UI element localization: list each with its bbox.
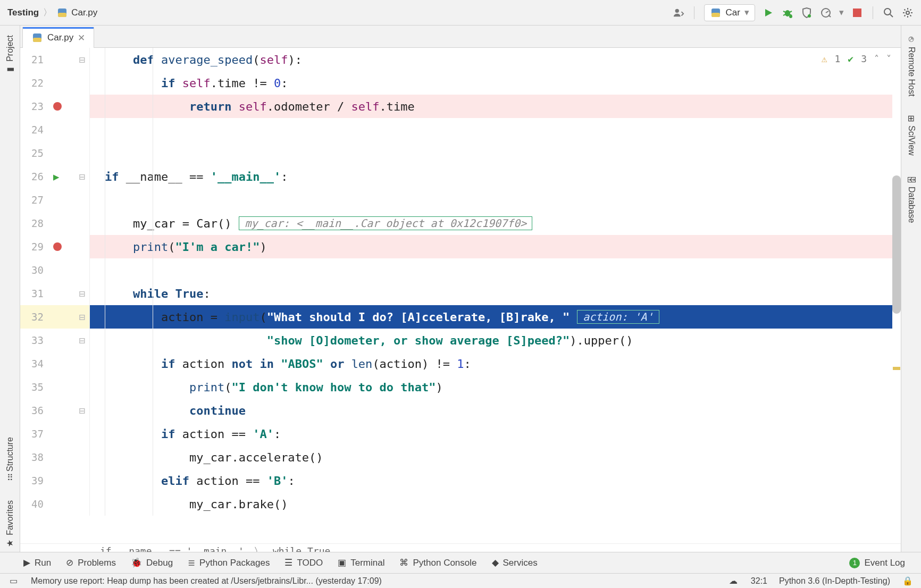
- gutter-row[interactable]: 26▶⊟: [20, 165, 89, 188]
- close-icon[interactable]: ✕: [78, 32, 85, 44]
- code-line[interactable]: if __name__ == '__main__':: [89, 165, 901, 188]
- gutter-row[interactable]: 23: [20, 95, 89, 118]
- settings-icon[interactable]: [902, 7, 914, 19]
- code-line[interactable]: print("I'm a car!"): [89, 235, 901, 258]
- code-line[interactable]: continue: [89, 399, 901, 422]
- services-tool-button[interactable]: ◆Services: [492, 557, 538, 568]
- breakpoint-icon[interactable]: [53, 242, 62, 251]
- fold-icon[interactable]: ⊟: [79, 334, 85, 346]
- navigation-path[interactable]: Testing 〉 Car.py: [0, 6, 105, 19]
- code-line[interactable]: if action not in "ABOS" or len(action) !…: [89, 352, 901, 375]
- favorites-tool-button[interactable]: ★ Favorites: [5, 491, 15, 558]
- gutter-row[interactable]: 29: [20, 235, 89, 258]
- code-line[interactable]: [89, 188, 901, 212]
- gutter-row[interactable]: 31⊟: [20, 282, 89, 305]
- profile-button[interactable]: [820, 7, 832, 19]
- line-number: 24: [20, 124, 48, 136]
- tool-window-toggle-icon[interactable]: ▭: [7, 575, 19, 587]
- code-line[interactable]: if action == 'A':: [89, 422, 901, 446]
- svg-line-8: [783, 14, 785, 15]
- python-packages-tool-button[interactable]: ≣Python Packages: [188, 557, 270, 568]
- gutter-row[interactable]: 24: [20, 118, 89, 141]
- event-log-tool-button[interactable]: 1Event Log: [849, 558, 905, 568]
- code-line[interactable]: while True:: [89, 282, 901, 305]
- code-line[interactable]: return self.odometer / self.time: [89, 95, 901, 118]
- structure-icon: ⠿: [7, 473, 13, 483]
- terminal-tool-button[interactable]: ▣Terminal: [338, 557, 384, 568]
- gutter-row[interactable]: 40: [20, 492, 89, 516]
- code-line[interactable]: my_car.accelerate(): [89, 446, 901, 469]
- gutter-row[interactable]: 30: [20, 258, 89, 282]
- debug-button[interactable]: [782, 7, 793, 19]
- fold-icon[interactable]: ⊟: [79, 171, 85, 182]
- run-button[interactable]: [763, 7, 774, 19]
- gutter-row[interactable]: 22: [20, 71, 89, 95]
- gutter-row[interactable]: 25: [20, 141, 89, 165]
- run-config-selector[interactable]: Car ▾: [704, 4, 755, 21]
- profile-dropdown-icon[interactable]: ▾: [839, 7, 844, 18]
- code-line[interactable]: elif action == 'B':: [89, 469, 901, 492]
- nav-file[interactable]: Car.py: [56, 7, 97, 19]
- fold-icon[interactable]: ⊟: [79, 405, 85, 416]
- editor-scrollbar[interactable]: [892, 48, 901, 558]
- svg-rect-4: [711, 13, 720, 17]
- sciview-tool-button[interactable]: ⊞ SciView: [906, 106, 916, 165]
- fold-icon[interactable]: ⊟: [79, 54, 85, 65]
- run-tool-button[interactable]: ▶Run: [23, 557, 51, 568]
- lock-icon[interactable]: 🔒: [902, 575, 914, 587]
- remote-host-tool-button[interactable]: ⎋ Remote Host: [907, 26, 916, 106]
- problems-tool-button[interactable]: ⊘Problems: [66, 557, 116, 568]
- code-line[interactable]: def average_speed(self):: [89, 48, 901, 71]
- gutter-row[interactable]: 28: [20, 212, 89, 235]
- run-gutter-icon[interactable]: ▶: [53, 171, 59, 182]
- structure-tool-button[interactable]: ⠿ Structure: [5, 427, 15, 491]
- breakpoint-icon[interactable]: [53, 102, 62, 111]
- line-number: 28: [20, 217, 48, 229]
- nav-project[interactable]: Testing: [7, 7, 39, 18]
- code-line[interactable]: [89, 141, 901, 165]
- gutter-row[interactable]: 34: [20, 352, 89, 375]
- code-line[interactable]: action = input("What should I do? [A]cce…: [89, 305, 901, 329]
- status-message[interactable]: Memory use report: Heap dump has been cr…: [31, 576, 382, 586]
- code-line[interactable]: "show [O]dometer, or show average [S]pee…: [89, 329, 901, 352]
- gutter-row[interactable]: 36⊟: [20, 399, 89, 422]
- caret-position[interactable]: 32:1: [751, 576, 767, 586]
- scrollbar-thumb[interactable]: [892, 175, 901, 314]
- tool-label: Terminal: [350, 558, 384, 568]
- interpreter-label[interactable]: Python 3.6 (In-Depth-Testing): [779, 576, 890, 586]
- editor-tab[interactable]: Car.py ✕: [22, 27, 94, 48]
- code-line[interactable]: [89, 258, 901, 282]
- gutter-row[interactable]: 32⊟: [20, 305, 89, 329]
- code-line[interactable]: my_car = Car()my_car: <__main__.Car obje…: [89, 212, 901, 235]
- gutter[interactable]: 21⊟2223242526▶⊟2728293031⊟32⊟33⊟343536⊟3…: [20, 48, 89, 543]
- search-everywhere-icon[interactable]: [883, 7, 894, 19]
- code-line[interactable]: [89, 118, 901, 141]
- background-tasks-icon[interactable]: ☁: [727, 575, 739, 587]
- todo-tool-button[interactable]: ☰TODO: [284, 557, 323, 568]
- gutter-row[interactable]: 39: [20, 469, 89, 492]
- debug-tool-button[interactable]: 🐞Debug: [131, 557, 173, 568]
- project-tool-button[interactable]: ▮ Project: [5, 26, 15, 85]
- user-menu-icon[interactable]: [673, 7, 684, 19]
- line-number: 35: [20, 381, 48, 393]
- gutter-row[interactable]: 35: [20, 375, 89, 399]
- folder-icon: ▮: [5, 65, 15, 75]
- gutter-row[interactable]: 33⊟: [20, 329, 89, 352]
- stop-button[interactable]: [851, 7, 863, 19]
- python-console-tool-button[interactable]: ⌘Python Console: [399, 557, 476, 568]
- fold-icon[interactable]: ⊟: [79, 288, 85, 299]
- nav-file-label: Car.py: [71, 7, 97, 18]
- code-area[interactable]: def average_speed(self): if self.time !=…: [89, 48, 901, 543]
- coverage-button[interactable]: [801, 7, 813, 19]
- gutter-row[interactable]: 37: [20, 422, 89, 446]
- editor[interactable]: ⚠ 1 ✔ 3 ˄ ˅ 21⊟2223242526▶⊟2728293031⊟32…: [20, 48, 901, 558]
- gutter-row[interactable]: 21⊟: [20, 48, 89, 71]
- code-line[interactable]: print("I don't know how to do that"): [89, 375, 901, 399]
- database-tool-button[interactable]: 🗄 Database: [907, 165, 916, 233]
- code-line[interactable]: my_car.brake(): [89, 492, 901, 516]
- gutter-row[interactable]: 27: [20, 188, 89, 212]
- code-line[interactable]: if self.time != 0:: [89, 71, 901, 95]
- tool-label: Run: [35, 558, 51, 568]
- gutter-row[interactable]: 38: [20, 446, 89, 469]
- fold-icon[interactable]: ⊟: [79, 311, 85, 323]
